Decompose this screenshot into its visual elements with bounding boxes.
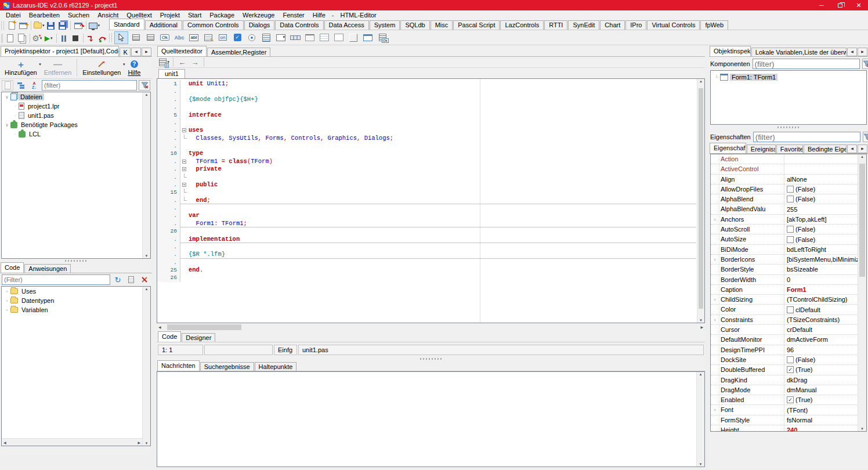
code-explorer-hscrollbar[interactable]: ◀▶	[2, 438, 142, 446]
property-name[interactable]: Caption	[719, 285, 784, 294]
property-value[interactable]: fsNormal	[784, 417, 866, 424]
code-line[interactable]: .	[157, 259, 696, 266]
jump-forward-button[interactable]: →	[189, 57, 201, 67]
property-row-formstyle[interactable]: FormStylefsNormal	[711, 415, 866, 425]
property-name[interactable]: DockSite	[719, 355, 784, 364]
property-grid-scrollbar[interactable]: ▲▼	[858, 154, 866, 431]
palette-tab-data-controls[interactable]: Data Controls	[275, 20, 323, 30]
build-mode-button[interactable]: ⚙▾	[31, 32, 43, 44]
expander-icon[interactable]: ∨	[3, 122, 10, 128]
property-name[interactable]: AlphaBlend	[719, 194, 784, 204]
property-name[interactable]: Font	[719, 405, 784, 414]
property-row-autosize[interactable]: AutoSize(False)	[711, 234, 866, 244]
palette-tab-pascal-script[interactable]: Pascal Script	[453, 20, 500, 30]
step-over-button[interactable]	[96, 32, 108, 44]
color-swatch[interactable]	[787, 306, 794, 313]
fold-collapse-icon[interactable]	[182, 167, 186, 171]
property-name[interactable]: Enabled	[719, 395, 784, 404]
property-row-dragkind[interactable]: DragKinddkDrag	[711, 375, 866, 385]
tabs-scroll-right[interactable]: ▶	[142, 48, 151, 56]
property-value[interactable]: (TFont)	[784, 407, 866, 414]
expander-icon[interactable]: ∨	[3, 95, 10, 100]
palette-tbutton[interactable]: Ok	[158, 31, 172, 44]
tab-suchergebnisse[interactable]: Suchergebnisse	[200, 362, 254, 371]
property-value[interactable]: bsSizeable	[784, 266, 866, 273]
tabs-scroll-left[interactable]: ◀	[847, 144, 857, 153]
property-row-bidimode[interactable]: BiDiModebdLeftToRight	[711, 245, 866, 255]
palette-tab-dialogs[interactable]: Dialogs	[244, 20, 275, 30]
tab-objektinspektor[interactable]: Objektinspektor	[710, 46, 751, 56]
palette-selection-tool[interactable]	[114, 31, 128, 44]
property-row-height[interactable]: Height240	[711, 425, 866, 432]
code-line[interactable]: 5interface	[157, 111, 696, 119]
eigenschaften-filter-clear[interactable]	[863, 132, 868, 142]
new-window-button[interactable]	[5, 32, 16, 44]
prop-tab-ereignisse[interactable]: Ereignisse	[747, 144, 776, 153]
jump-back-button[interactable]: ←	[176, 57, 188, 67]
tab-projektinspektor[interactable]: Projektinspektor - project1 [Default],Co…	[1, 46, 119, 56]
property-name[interactable]: BorderIcons	[719, 255, 784, 264]
tab-code[interactable]: Code	[158, 331, 181, 342]
code-line[interactable]: .	[157, 119, 696, 126]
tab-lokale-variablen-liste-der-überwachten-a[interactable]: Lokale Variablen,Liste der überwachten A	[751, 48, 847, 56]
code-line[interactable]: 1unit Unit1;	[157, 80, 696, 88]
code-line[interactable]: . TForm1 = class(TForm)	[157, 158, 696, 165]
palette-tpanel[interactable]	[346, 31, 360, 44]
code-line[interactable]: 26	[157, 274, 696, 281]
komponenten-filter-input[interactable]	[753, 59, 860, 69]
property-row-autoscroll[interactable]: AutoScroll(False)	[711, 225, 866, 234]
tab-codeexplorer-truncated[interactable]: K	[120, 48, 131, 56]
palette-tcheckgroup[interactable]	[332, 31, 346, 44]
code-line[interactable]: 20	[157, 227, 696, 235]
open-button[interactable]: ▾	[33, 20, 45, 31]
settings-button[interactable]: ✶ Einstellungen ▾	[79, 57, 124, 78]
palette-tab-lazcontrols[interactable]: LazControls	[500, 20, 544, 30]
palette-tframe[interactable]	[361, 31, 375, 44]
property-row-alphablend[interactable]: AlphaBlend(False)	[711, 194, 866, 204]
property-row-bordericons[interactable]: ›BorderIcons[biSystemMenu,biMinimize,biM…	[711, 255, 866, 265]
run-button[interactable]: ▶▾	[43, 32, 55, 44]
object-inspector-splitter[interactable]	[709, 125, 868, 130]
checkbox-checked-icon[interactable]: ✓	[787, 366, 794, 373]
palette-tab-additional[interactable]: Additional	[145, 20, 182, 30]
expand-icon[interactable]: ›	[711, 255, 719, 264]
property-name[interactable]: Constraints	[719, 315, 784, 324]
property-name[interactable]: DragKind	[719, 375, 784, 385]
property-value[interactable]: (False)	[784, 186, 866, 193]
menu-start[interactable]: Start	[184, 12, 205, 19]
property-name[interactable]: FormStyle	[719, 415, 784, 425]
unit-tab-unit1[interactable]: unit1	[158, 69, 185, 78]
property-value[interactable]: (False)	[784, 196, 866, 203]
property-value[interactable]: dmManual	[784, 386, 866, 393]
tabs-scroll-right[interactable]: ▶	[858, 48, 867, 56]
property-value[interactable]: (TSizeConstraints)	[784, 316, 866, 323]
property-value[interactable]: ✓(True)	[784, 366, 866, 373]
code-explorer-filter-input[interactable]	[2, 274, 110, 285]
property-name[interactable]: AllowDropFiles	[719, 185, 784, 194]
editor-horizontal-scrollbar[interactable]: ◀▶	[157, 323, 705, 331]
property-row-borderwidth[interactable]: BorderWidth0	[711, 275, 866, 285]
property-row-dragmode[interactable]: DragModedmManual	[711, 385, 866, 395]
palette-grip[interactable]	[109, 33, 112, 42]
palette-tlistbox[interactable]	[259, 31, 273, 44]
tab-anweisungen[interactable]: Anweisungen	[24, 264, 71, 273]
property-name[interactable]: AutoSize	[719, 234, 784, 244]
property-name[interactable]: Anchors	[719, 215, 784, 224]
palette-tlabel[interactable]: Abc	[172, 31, 186, 44]
expander-icon[interactable]: ›	[3, 289, 10, 294]
expander-icon[interactable]: ›	[3, 308, 10, 313]
property-name[interactable]: DesignTimePPI	[719, 345, 784, 355]
property-row-borderstyle[interactable]: BorderStylebsSizeable	[711, 265, 866, 274]
palette-tscrollbar[interactable]	[288, 31, 302, 44]
palette-tab-synedit[interactable]: SynEdit	[568, 20, 599, 30]
menu-ansicht[interactable]: Ansicht	[93, 12, 122, 19]
property-row-designtimeppi[interactable]: DesignTimePPI96	[711, 345, 866, 355]
property-name[interactable]: Cursor	[719, 325, 784, 334]
prop-tab-bedingte-eigensc[interactable]: Bedingte Eigensc	[804, 144, 847, 153]
property-value[interactable]: bdLeftToRight	[784, 246, 866, 253]
component-tree-item[interactable]: └ Form1: TForm1	[711, 73, 866, 82]
palette-tpopupmenu[interactable]	[143, 31, 157, 44]
palette-tab-fpweb[interactable]: fpWeb	[700, 20, 728, 30]
code-line[interactable]: .{$mode objfpc}{$H+}	[157, 96, 696, 103]
code-line[interactable]: .	[157, 142, 696, 150]
